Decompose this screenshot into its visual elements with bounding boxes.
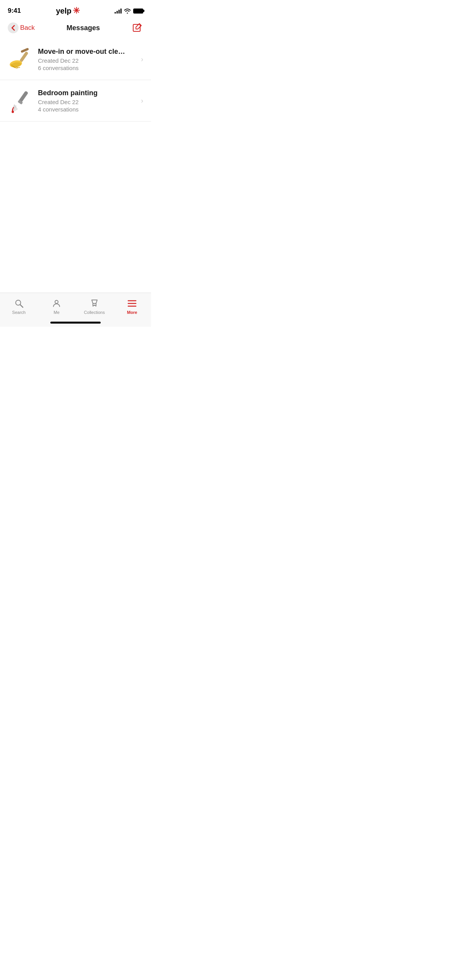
svg-point-7: [12, 111, 14, 113]
tab-collections[interactable]: Collections: [76, 298, 113, 315]
back-button[interactable]: Back: [8, 22, 35, 33]
page-title: Messages: [67, 24, 100, 32]
divider: [0, 121, 151, 122]
paintbrush-icon: [9, 88, 34, 113]
svg-rect-1: [19, 51, 28, 62]
tab-search[interactable]: Search: [0, 298, 38, 315]
broom-icon: [9, 47, 34, 72]
yelp-text: yelp: [56, 7, 72, 15]
home-indicator: [50, 322, 101, 324]
back-label: Back: [20, 24, 35, 32]
tab-me[interactable]: Me: [38, 298, 76, 315]
message-icon-broom: [8, 46, 35, 73]
tab-more-label: More: [127, 310, 137, 315]
chevron-right-icon: ›: [141, 97, 143, 105]
message-count: 6 conversations: [38, 65, 138, 71]
message-title: Move-in or move-out cle…: [38, 48, 138, 56]
tab-more[interactable]: More: [113, 298, 151, 315]
compose-button[interactable]: [132, 22, 143, 34]
message-content: Move-in or move-out cle… Created Dec 22 …: [38, 48, 138, 71]
search-icon: [14, 298, 24, 308]
app-name: yelp ✳: [56, 6, 80, 16]
signal-icon: [115, 8, 122, 14]
message-icon-paintbrush: [8, 87, 35, 114]
wifi-icon: [124, 8, 131, 14]
svg-line-9: [20, 305, 23, 307]
back-chevron-icon: [8, 22, 19, 33]
tab-search-label: Search: [12, 310, 26, 315]
message-item[interactable]: Move-in or move-out cle… Created Dec 22 …: [0, 39, 151, 80]
me-icon: [51, 298, 62, 308]
tab-collections-label: Collections: [84, 310, 105, 315]
nav-bar: Back Messages: [0, 19, 151, 39]
status-icons: [115, 8, 143, 14]
battery-icon: [133, 9, 143, 14]
collections-icon: [89, 298, 100, 308]
message-content: Bedroom painting Created Dec 22 4 conver…: [38, 89, 138, 113]
message-date: Created Dec 22: [38, 57, 138, 64]
chevron-right-icon: ›: [141, 55, 143, 63]
status-time: 9:41: [8, 7, 21, 15]
more-icon: [127, 298, 137, 308]
message-title: Bedroom painting: [38, 89, 138, 97]
message-list: Move-in or move-out cle… Created Dec 22 …: [0, 39, 151, 122]
compose-icon: [132, 23, 142, 33]
message-date: Created Dec 22: [38, 99, 138, 105]
tab-me-label: Me: [54, 310, 60, 315]
yelp-burst-icon: ✳: [73, 6, 80, 16]
svg-line-4: [22, 49, 27, 51]
svg-point-10: [55, 300, 58, 303]
message-item[interactable]: Bedroom painting Created Dec 22 4 conver…: [0, 80, 151, 121]
message-count: 4 conversations: [38, 106, 138, 113]
status-bar: 9:41 yelp ✳: [0, 0, 151, 19]
